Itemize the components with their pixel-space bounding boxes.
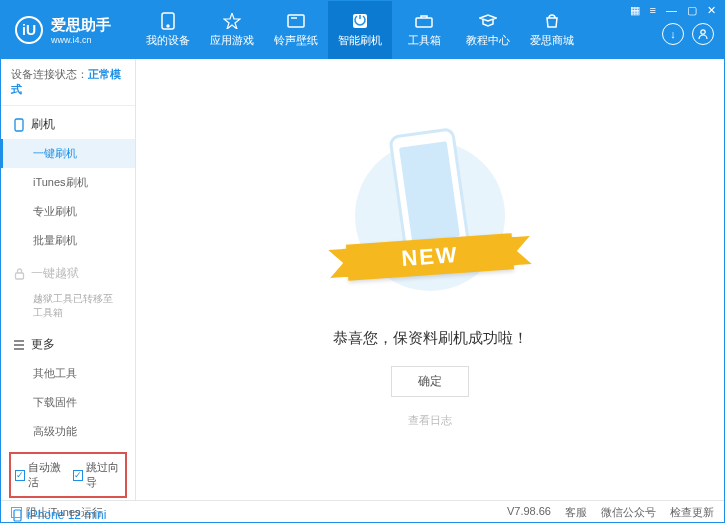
flash-icon xyxy=(350,12,370,30)
main-nav: 我的设备 应用游戏 铃声壁纸 智能刷机 工具箱 教程中心 爱思商城 xyxy=(136,1,584,59)
main-content: NEW 恭喜您，保资料刷机成功啦！ 确定 查看日志 xyxy=(136,59,724,500)
nav-ringtones[interactable]: 铃声壁纸 xyxy=(264,1,328,59)
svg-rect-4 xyxy=(416,18,432,27)
svg-rect-2 xyxy=(288,15,304,27)
nav-tutorials[interactable]: 教程中心 xyxy=(456,1,520,59)
sidebar-item-download-firmware[interactable]: 下载固件 xyxy=(1,388,135,417)
sidebar-item-batch-flash[interactable]: 批量刷机 xyxy=(1,226,135,255)
minimize-button[interactable]: — xyxy=(664,4,679,17)
nav-store[interactable]: 爱思商城 xyxy=(520,1,584,59)
menu-icon[interactable]: ▦ xyxy=(628,4,642,17)
phone-icon xyxy=(158,12,178,30)
list-icon xyxy=(13,339,25,351)
app-url: www.i4.cn xyxy=(51,35,111,45)
link-wechat[interactable]: 微信公众号 xyxy=(601,505,656,520)
connection-status: 设备连接状态：正常模式 xyxy=(1,59,135,106)
app-title: 爱思助手 xyxy=(51,16,111,35)
sidebar-item-oneclick-flash[interactable]: 一键刷机 xyxy=(1,139,135,168)
logo-area: iU 爱思助手 www.i4.cn xyxy=(1,16,136,45)
store-icon xyxy=(542,12,562,30)
download-icon[interactable]: ↓ xyxy=(662,23,684,45)
sidebar-item-pro-flash[interactable]: 专业刷机 xyxy=(1,197,135,226)
toolbox-icon xyxy=(414,12,434,30)
apps-icon xyxy=(222,12,242,30)
sidebar-item-other-tools[interactable]: 其他工具 xyxy=(1,359,135,388)
tutorial-icon xyxy=(478,12,498,30)
user-icon[interactable] xyxy=(692,23,714,45)
section-jailbreak: 一键越狱 xyxy=(1,255,135,288)
ok-button[interactable]: 确定 xyxy=(391,366,469,397)
sidebar-item-itunes-flash[interactable]: iTunes刷机 xyxy=(1,168,135,197)
svg-point-1 xyxy=(167,25,169,27)
svg-rect-7 xyxy=(15,273,23,279)
svg-rect-6 xyxy=(15,119,23,131)
skin-icon[interactable]: ≡ xyxy=(648,4,658,17)
link-service[interactable]: 客服 xyxy=(565,505,587,520)
close-button[interactable]: ✕ xyxy=(705,4,718,17)
success-message: 恭喜您，保资料刷机成功啦！ xyxy=(333,329,528,348)
checkbox-skip-guide[interactable]: ✓跳过向导 xyxy=(73,460,121,490)
nav-flash[interactable]: 智能刷机 xyxy=(328,1,392,59)
nav-my-device[interactable]: 我的设备 xyxy=(136,1,200,59)
checkbox-auto-activate[interactable]: ✓自动激活 xyxy=(15,460,63,490)
wallpaper-icon xyxy=(286,12,306,30)
logo-icon: iU xyxy=(15,16,43,44)
checkbox-block-itunes[interactable]: 阻止iTunes运行 xyxy=(11,505,103,520)
section-flash[interactable]: 刷机 xyxy=(1,106,135,139)
svg-point-5 xyxy=(701,30,705,34)
link-check-update[interactable]: 检查更新 xyxy=(670,505,714,520)
nav-apps[interactable]: 应用游戏 xyxy=(200,1,264,59)
lock-icon xyxy=(13,268,25,280)
app-header: iU 爱思助手 www.i4.cn 我的设备 应用游戏 铃声壁纸 智能刷机 工具… xyxy=(1,1,724,59)
phone-small-icon xyxy=(13,119,25,131)
version-label: V7.98.66 xyxy=(507,505,551,520)
sidebar-item-advanced[interactable]: 高级功能 xyxy=(1,417,135,446)
view-log-link[interactable]: 查看日志 xyxy=(408,413,452,428)
options-highlight: ✓自动激活 ✓跳过向导 xyxy=(9,452,127,498)
jailbreak-note: 越狱工具已转移至 工具箱 xyxy=(1,288,135,326)
section-more[interactable]: 更多 xyxy=(1,326,135,359)
sidebar: 设备连接状态：正常模式 刷机 一键刷机 iTunes刷机 专业刷机 批量刷机 一… xyxy=(1,59,136,500)
nav-toolbox[interactable]: 工具箱 xyxy=(392,1,456,59)
window-controls: ▦ ≡ — ▢ ✕ xyxy=(628,4,718,17)
success-illustration: NEW xyxy=(355,131,505,311)
maximize-button[interactable]: ▢ xyxy=(685,4,699,17)
